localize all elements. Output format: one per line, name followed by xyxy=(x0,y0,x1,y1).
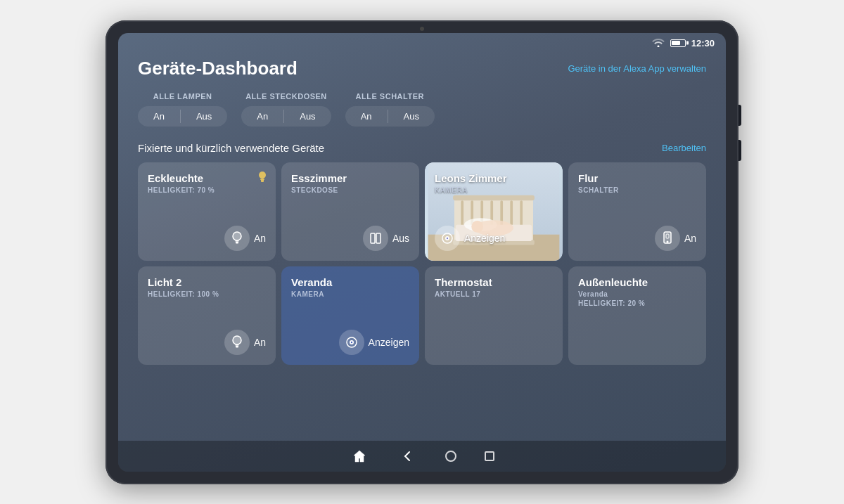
quick-controls: ALLE LAMPEN An Aus ALLE STECKDOSEN An Au… xyxy=(138,92,706,127)
veranda-status: Anzeigen xyxy=(369,337,409,348)
svg-point-30 xyxy=(233,336,241,344)
nav-circle-button[interactable] xyxy=(445,451,456,462)
outlets-off-button[interactable]: Aus xyxy=(284,106,331,127)
tablet-device: 12:30 Geräte-Dashboard Geräte in der Ale… xyxy=(106,20,738,484)
device-card-aussenleuchte[interactable]: Außenleuchte Veranda HELLIGKEIT: 20 % xyxy=(568,266,706,365)
device-name-flur: Flur xyxy=(578,172,696,185)
control-group-lamps: ALLE LAMPEN An Aus xyxy=(138,92,227,127)
svg-point-1 xyxy=(259,172,266,179)
leons-zimmer-overlay: Leons Zimmer KAMERA Anzei xyxy=(435,172,553,251)
section-header: Fixierte und kürzlich verwendete Geräte … xyxy=(138,142,706,154)
svg-rect-7 xyxy=(376,233,381,243)
veranda-icon xyxy=(339,330,364,355)
svg-rect-4 xyxy=(235,240,238,242)
back-nav-button[interactable] xyxy=(397,446,417,466)
device-type-veranda: KAMERA xyxy=(291,290,409,298)
device-name-eckleuchte: Eckleuchte xyxy=(148,172,266,185)
outlets-on-button[interactable]: An xyxy=(241,106,283,127)
outlets-label: ALLE STECKDOSEN xyxy=(245,92,327,101)
switches-label: ALLE SCHALTER xyxy=(356,92,424,101)
device-grid: Eckleuchte HELLIGKEIT: 70 % xyxy=(138,162,706,438)
nav-square-button[interactable] xyxy=(485,451,494,461)
svg-point-26 xyxy=(447,237,448,238)
section-title: Fixierte und kürzlich verwendete Geräte xyxy=(138,142,324,154)
page-header: Geräte-Dashboard Geräte in der Alexa App… xyxy=(138,58,706,79)
svg-rect-31 xyxy=(235,344,238,346)
device-card-veranda[interactable]: Veranda KAMERA Anzeigen xyxy=(281,266,419,365)
licht2-icon xyxy=(224,330,250,355)
flur-icon xyxy=(655,226,680,251)
device-brightness-eckleuchte: HELLIGKEIT: 70 % xyxy=(148,186,266,194)
device-name-aussenleuchte: Außenleuchte xyxy=(578,276,696,289)
device-type-flur: SCHALTER xyxy=(578,186,696,194)
manage-link[interactable]: Geräte in der Alexa App verwalten xyxy=(568,63,706,74)
device-type-thermostat: AKTUELL 17 xyxy=(435,290,553,298)
device-type-esszimmer: STECKDOSE xyxy=(291,186,409,194)
switches-on-button[interactable]: An xyxy=(345,106,388,127)
leons-zimmer-status: Anzeigen xyxy=(464,233,505,244)
edit-link[interactable]: Bearbeiten xyxy=(662,143,706,153)
screen-content: Geräte-Dashboard Geräte in der Alexa App… xyxy=(118,51,726,438)
device-card-licht2[interactable]: Licht 2 HELLIGKEIT: 100 % An xyxy=(138,266,276,365)
side-button-top[interactable] xyxy=(738,105,741,126)
svg-rect-6 xyxy=(371,233,375,243)
device-card-flur[interactable]: Flur SCHALTER An xyxy=(568,162,706,261)
device-brightness-licht2: HELLIGKEIT: 100 % xyxy=(148,290,266,298)
device-name-licht2: Licht 2 xyxy=(148,276,266,289)
home-nav-button[interactable] xyxy=(350,446,369,466)
outlets-buttons: An Aus xyxy=(241,106,331,127)
device-brightness-aussenleuchte: HELLIGKEIT: 20 % xyxy=(578,299,696,307)
eckleuchte-icon xyxy=(224,226,250,251)
switches-off-button[interactable]: Aus xyxy=(388,106,435,127)
svg-point-35 xyxy=(350,341,352,342)
device-card-esszimmer[interactable]: Esszimmer STECKDOSE Aus xyxy=(281,162,419,261)
svg-point-29 xyxy=(666,240,668,243)
tablet-screen: 12:30 Geräte-Dashboard Geräte in der Ale… xyxy=(118,33,726,472)
device-name-leons-zimmer: Leons Zimmer xyxy=(435,172,553,185)
lamps-buttons: An Aus xyxy=(138,106,227,127)
esszimmer-icon xyxy=(363,226,388,251)
lamps-off-button[interactable]: Aus xyxy=(181,106,227,127)
device-card-eckleuchte[interactable]: Eckleuchte HELLIGKEIT: 70 % xyxy=(138,162,276,261)
device-name-esszimmer: Esszimmer xyxy=(291,172,409,185)
battery-indicator xyxy=(670,39,686,47)
flur-status: An xyxy=(684,233,696,244)
svg-rect-5 xyxy=(236,241,238,243)
device-type-aussenleuchte: Veranda xyxy=(578,290,696,298)
control-group-switches: ALLE SCHALTER An Aus xyxy=(345,92,435,127)
lamps-on-button[interactable]: An xyxy=(138,106,180,127)
page-title: Geräte-Dashboard xyxy=(138,58,298,79)
eckleuchte-status: An xyxy=(254,233,266,244)
leons-zimmer-icon xyxy=(435,226,460,251)
svg-rect-2 xyxy=(260,179,264,180)
control-group-outlets: ALLE STECKDOSEN An Aus xyxy=(241,92,331,127)
esszimmer-status: Aus xyxy=(392,233,409,244)
clock: 12:30 xyxy=(691,38,715,49)
device-type-leons-zimmer: KAMERA xyxy=(435,186,553,194)
status-bar: 12:30 xyxy=(118,33,726,51)
side-button-mid[interactable] xyxy=(738,140,741,161)
svg-point-3 xyxy=(233,232,241,240)
device-card-leons-zimmer[interactable]: Leons Zimmer KAMERA Anzei xyxy=(425,162,563,261)
wifi-icon xyxy=(652,37,665,49)
switches-buttons: An Aus xyxy=(345,106,435,127)
device-card-thermostat[interactable]: Thermostat AKTUELL 17 xyxy=(425,266,563,365)
svg-rect-32 xyxy=(236,345,238,347)
bottom-navigation xyxy=(118,441,726,472)
lamps-label: ALLE LAMPEN xyxy=(153,92,212,101)
device-name-thermostat: Thermostat xyxy=(435,276,553,289)
device-name-veranda: Veranda xyxy=(291,276,409,289)
camera-dot xyxy=(420,27,424,31)
licht2-status: An xyxy=(254,337,266,348)
